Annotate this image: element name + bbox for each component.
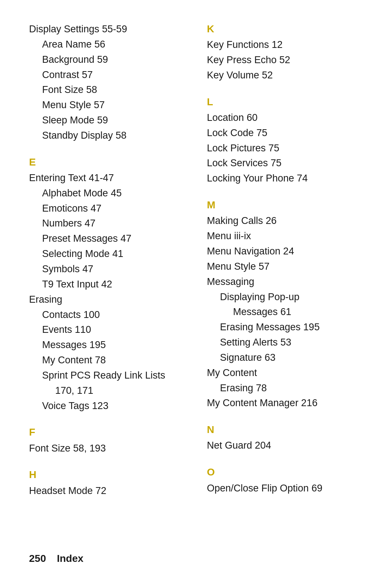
entry-voice-tags: Voice Tags 123	[42, 399, 185, 414]
section-n: N Net Guard 204	[207, 422, 363, 453]
section-header-l: L	[207, 95, 363, 109]
entry-net-guard: Net Guard 204	[207, 438, 363, 453]
entry-menu: Menu iii-ix	[207, 229, 363, 244]
entry-my-content: My Content 78	[42, 353, 185, 368]
section-header-n: N	[207, 422, 363, 437]
section-header-m: M	[207, 198, 363, 212]
section-f: F Font Size 58, 193	[29, 425, 185, 456]
section-display-settings: Display Settings 55-59 Area Name 56 Back…	[29, 22, 185, 143]
section-header-e: E	[29, 155, 185, 169]
entry-setting-alerts: Setting Alerts 53	[220, 335, 363, 350]
entry-sprint-pcs-pages: 170, 171	[55, 383, 185, 399]
entry-location: Location 60	[207, 110, 363, 126]
entry-lock-services: Lock Services 75	[207, 156, 363, 171]
section-k: K Key Functions 12 Key Press Echo 52 Key…	[207, 22, 363, 83]
section-header-h: H	[29, 467, 185, 482]
entry-entering-text: Entering Text 41-47	[29, 171, 185, 186]
footer-page-number: 250	[29, 551, 46, 566]
section-o: O Open/Close Flip Option 69	[207, 465, 363, 496]
page-footer: 250 Index	[29, 551, 83, 566]
entry-making-calls: Making Calls 26	[207, 213, 363, 229]
entry-sprint-pcs: Sprint PCS Ready Link Lists	[42, 368, 185, 383]
entry-symbols: Symbols 47	[42, 262, 185, 277]
entry-signature: Signature 63	[220, 350, 363, 366]
entry-contrast: Contrast 57	[42, 68, 185, 83]
section-m: M Making Calls 26 Menu iii-ix Menu Navig…	[207, 198, 363, 411]
entry-contacts: Contacts 100	[42, 307, 185, 323]
left-column: Display Settings 55-59 Area Name 56 Back…	[29, 22, 185, 510]
right-column: K Key Functions 12 Key Press Echo 52 Key…	[207, 22, 363, 510]
entry-events: Events 110	[42, 322, 185, 338]
entry-messaging: Messaging	[207, 274, 363, 290]
entry-lock-code: Lock Code 75	[207, 126, 363, 141]
entry-erasing: Erasing	[29, 292, 185, 307]
footer-section-label: Index	[57, 551, 83, 566]
entry-key-functions: Key Functions 12	[207, 37, 363, 53]
entry-key-press-echo: Key Press Echo 52	[207, 53, 363, 68]
entry-my-content-m: My Content	[207, 366, 363, 381]
entry-numbers: Numbers 47	[42, 216, 185, 231]
section-e: E Entering Text 41-47 Alphabet Mode 45 E…	[29, 155, 185, 414]
entry-font-size: Font Size 58	[42, 82, 185, 98]
entry-standby-display: Standby Display 58	[42, 128, 185, 143]
entry-t9-text-input: T9 Text Input 42	[42, 277, 185, 292]
section-header-k: K	[207, 22, 363, 36]
section-l: L Location 60 Lock Code 75 Lock Pictures…	[207, 95, 363, 186]
entry-emoticons: Emoticons 47	[42, 201, 185, 216]
entry-messages: Messages 195	[42, 338, 185, 353]
entry-background: Background 59	[42, 52, 185, 68]
entry-key-volume: Key Volume 52	[207, 68, 363, 83]
entry-erasing-78: Erasing 78	[220, 381, 363, 396]
entry-open-close-flip: Open/Close Flip Option 69	[207, 481, 363, 496]
entry-display-settings: Display Settings 55-59	[29, 22, 185, 37]
entry-my-content-manager: My Content Manager 216	[207, 396, 363, 411]
entry-selecting-mode: Selecting Mode 41	[42, 246, 185, 262]
entry-erasing-messages: Erasing Messages 195	[220, 320, 363, 335]
entry-menu-navigation: Menu Navigation 24	[207, 244, 363, 259]
entry-area-name: Area Name 56	[42, 37, 185, 52]
entry-sleep-mode: Sleep Mode 59	[42, 113, 185, 128]
entry-lock-pictures: Lock Pictures 75	[207, 141, 363, 156]
entry-headset-mode: Headset Mode 72	[29, 483, 185, 499]
section-header-f: F	[29, 425, 185, 439]
entry-menu-style: Menu Style 57	[42, 98, 185, 113]
entry-messages-61: Messages 61	[233, 305, 363, 320]
section-header-o: O	[207, 465, 363, 479]
entry-menu-style-m: Menu Style 57	[207, 259, 363, 274]
entry-alphabet-mode: Alphabet Mode 45	[42, 186, 185, 201]
entry-preset-messages: Preset Messages 47	[42, 231, 185, 246]
section-h: H Headset Mode 72	[29, 467, 185, 498]
page-layout: Display Settings 55-59 Area Name 56 Back…	[29, 22, 363, 510]
entry-locking-your-phone: Locking Your Phone 74	[207, 171, 363, 186]
entry-displaying-popup: Displaying Pop-up	[220, 290, 363, 305]
entry-font-size-f: Font Size 58, 193	[29, 441, 185, 456]
